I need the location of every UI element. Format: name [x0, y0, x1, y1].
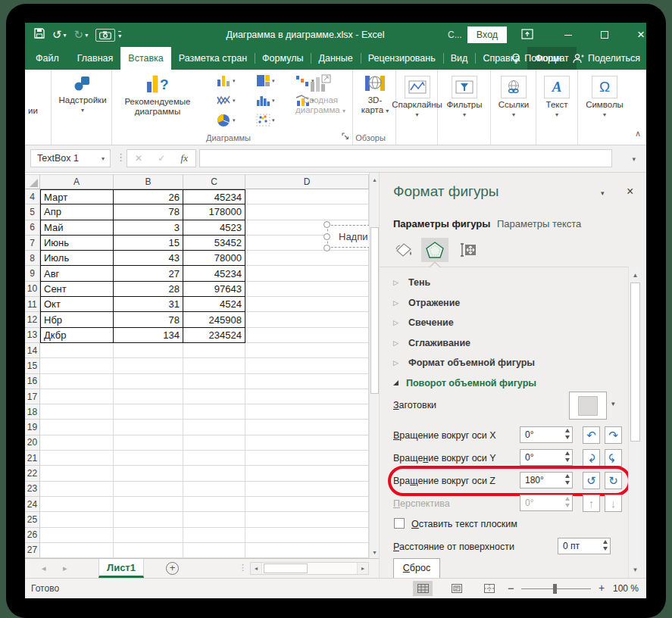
rotation-z-input[interactable]: 180° — [520, 472, 573, 488]
pane-section-Тень[interactable]: ▷Тень — [393, 274, 430, 291]
histogram-chart-button[interactable]: ▾ — [256, 94, 275, 107]
row-header[interactable]: 7 — [25, 236, 40, 251]
row-header[interactable]: 5 — [25, 204, 40, 220]
spin-down-icon[interactable] — [565, 481, 570, 485]
cell-D16[interactable] — [245, 374, 369, 389]
row-header[interactable]: 4 — [25, 189, 40, 204]
cell-D5[interactable] — [245, 204, 369, 220]
cell-D8[interactable] — [245, 251, 369, 266]
effects-icon[interactable] — [421, 238, 449, 262]
cell-D26[interactable] — [245, 528, 369, 543]
cell-A27[interactable] — [40, 543, 114, 558]
formula-input[interactable] — [199, 149, 612, 167]
horizontal-scrollbar[interactable]: ◂ ▸ — [250, 562, 369, 575]
text-button[interactable]: A Текст ▾ — [541, 76, 573, 118]
tab-text-options[interactable]: Параметры текста — [497, 218, 581, 229]
tab-bar-grip[interactable]: ⋮ — [239, 563, 247, 573]
cell-A11[interactable]: Окт — [40, 297, 114, 312]
tab-shape-options[interactable]: Параметры фигуры — [393, 218, 490, 229]
cell-B19[interactable] — [114, 420, 183, 435]
tell-me-item[interactable]: Помощн — [511, 53, 561, 64]
row-header[interactable]: 23 — [25, 482, 40, 497]
cell-B14[interactable] — [114, 343, 183, 358]
row-header[interactable]: 21 — [25, 451, 40, 466]
rotate-up-y-button[interactable]: ↶ — [605, 449, 622, 467]
zoom-out-icon[interactable]: − — [508, 582, 514, 595]
row-header[interactable]: 8 — [25, 251, 40, 266]
cell-B23[interactable] — [114, 482, 183, 497]
vertical-scroll-thumb[interactable] — [370, 227, 379, 394]
name-box[interactable]: TextBox 1▾ — [30, 149, 111, 167]
pie-chart-button[interactable]: ▾ — [217, 114, 236, 127]
pane-scroll-down-icon[interactable]: ▼ — [629, 563, 642, 576]
cell-A5[interactable]: Апр — [40, 204, 114, 220]
cell-C27[interactable] — [183, 543, 245, 558]
cell-A25[interactable] — [40, 512, 114, 527]
cell-D12[interactable] — [245, 312, 369, 327]
row-header[interactable]: 12 — [25, 312, 40, 327]
share-item[interactable]: Поделиться — [572, 53, 640, 64]
cell-C24[interactable] — [183, 497, 245, 512]
ribbon-tab-Вставка[interactable]: Вставка — [120, 47, 170, 70]
cell-B21[interactable] — [114, 451, 183, 466]
cell-C15[interactable] — [183, 358, 245, 373]
row-header[interactable]: 16 — [25, 374, 40, 389]
sign-in-button[interactable]: Вход — [467, 27, 507, 43]
cell-A17[interactable] — [40, 389, 114, 404]
cell-D24[interactable] — [245, 497, 369, 512]
sparklines-button[interactable]: Спарклайны ▾ — [396, 76, 438, 118]
cell-C8[interactable]: 78000 — [183, 251, 245, 266]
undo-caret-icon[interactable]: ▾ — [64, 32, 67, 39]
pane-scrollbar[interactable]: ▲ ▼ — [628, 267, 641, 578]
cell-A14[interactable] — [40, 343, 114, 358]
cell-A6[interactable]: Май — [40, 220, 114, 236]
row-header[interactable]: 13 — [25, 328, 40, 343]
cell-B4[interactable]: 26 — [114, 189, 183, 204]
column-chart-button[interactable]: ▾ — [217, 74, 236, 87]
symbols-button[interactable]: Ω Символы ▾ — [583, 76, 627, 118]
section-collapsed-icon[interactable]: ▷ — [393, 319, 401, 326]
cell-B11[interactable]: 31 — [114, 297, 183, 312]
cell-B5[interactable]: 78 — [114, 204, 183, 220]
cell-A4[interactable]: Март — [40, 189, 114, 204]
cell-C26[interactable] — [183, 528, 245, 543]
cell-C14[interactable] — [183, 343, 245, 358]
insert-function-icon[interactable]: fx — [181, 152, 188, 164]
cell-A13[interactable]: Дкбр — [40, 328, 114, 343]
maximize-button[interactable] — [592, 23, 617, 47]
pane-scroll-up-icon[interactable]: ▲ — [629, 269, 642, 282]
ribbon-tab-Данные[interactable]: Данные — [311, 47, 360, 70]
cell-B8[interactable]: 43 — [114, 251, 183, 266]
cell-C25[interactable] — [183, 512, 245, 527]
ribbon-tab-Главная[interactable]: Главная — [70, 47, 121, 70]
cell-C12[interactable]: 245908 — [183, 312, 245, 327]
column-header-C[interactable]: C — [183, 174, 245, 189]
spin-down-icon[interactable] — [565, 458, 570, 462]
expand-formula-bar-icon[interactable]: ▾ — [632, 155, 636, 163]
hierarchy-chart-button[interactable]: ▾ — [256, 74, 275, 87]
ribbon-display-options-icon[interactable] — [521, 29, 533, 42]
row-header[interactable]: 15 — [25, 358, 40, 373]
cell-C6[interactable]: 4523 — [183, 220, 245, 236]
ribbon-tab-Разметка стран[interactable]: Разметка стран — [171, 47, 255, 70]
cell-C19[interactable] — [183, 420, 245, 435]
cell-B17[interactable] — [114, 389, 183, 404]
cell-A18[interactable] — [40, 404, 114, 420]
cell-C22[interactable] — [183, 466, 245, 481]
rotate-left-x-button[interactable]: ↶ — [583, 426, 600, 444]
cell-B9[interactable]: 27 — [114, 266, 183, 281]
cell-B18[interactable] — [114, 404, 183, 420]
cell-A23[interactable] — [40, 482, 114, 497]
cell-C11[interactable]: 4524 — [183, 297, 245, 312]
cell-C10[interactable]: 97643 — [183, 282, 245, 297]
row-header[interactable]: 14 — [25, 343, 40, 358]
scatter-chart-button[interactable]: ▾ — [256, 114, 275, 126]
minimize-button[interactable] — [555, 23, 581, 47]
close-button[interactable]: × — [628, 23, 646, 47]
cell-D15[interactable] — [245, 358, 369, 373]
cell-C23[interactable] — [183, 482, 245, 497]
vertical-scrollbar[interactable]: ▲ ▼ — [369, 173, 379, 558]
cell-B13[interactable]: 134 — [114, 328, 183, 343]
cell-B27[interactable] — [114, 543, 183, 558]
horizontal-scroll-thumb[interactable] — [264, 563, 308, 573]
